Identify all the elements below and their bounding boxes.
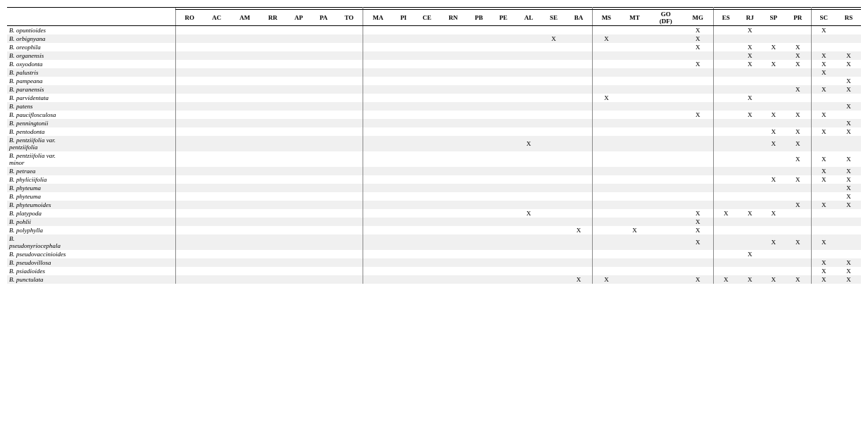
table-row: B. paranensisXXX bbox=[7, 85, 861, 94]
cell-ro bbox=[175, 192, 203, 201]
cell-to bbox=[336, 26, 363, 35]
cell-se bbox=[541, 151, 565, 167]
species-name: B. penningtonii bbox=[7, 119, 175, 127]
cell-mg: X bbox=[683, 234, 714, 250]
cell-mt: X bbox=[620, 226, 649, 234]
cell-pr bbox=[785, 250, 811, 258]
cell-sc: X bbox=[811, 127, 836, 136]
cell-mg bbox=[683, 77, 714, 85]
cell-ce bbox=[414, 26, 440, 35]
cell-sp bbox=[762, 258, 785, 267]
cell-ro bbox=[175, 267, 203, 275]
cell-al bbox=[516, 34, 542, 43]
cell-pi bbox=[393, 275, 414, 284]
cell-ac bbox=[203, 77, 230, 85]
cell-rs bbox=[836, 218, 861, 226]
cell-ba bbox=[565, 94, 592, 102]
cell-sp: X bbox=[762, 43, 785, 51]
cell-ms bbox=[592, 218, 620, 226]
cell-am bbox=[230, 119, 260, 127]
cell-rr bbox=[260, 68, 287, 77]
cell-ms bbox=[592, 60, 620, 68]
cell-pe bbox=[491, 68, 516, 77]
cell-pe bbox=[491, 151, 516, 167]
cell-ms bbox=[592, 184, 620, 192]
cell-ba bbox=[565, 102, 592, 111]
cell-ma bbox=[363, 192, 393, 201]
cell-rr bbox=[260, 34, 287, 43]
cell-al bbox=[516, 192, 542, 201]
cell-mt bbox=[620, 102, 649, 111]
cell-al bbox=[516, 250, 542, 258]
cell-godf bbox=[649, 209, 683, 218]
cell-to bbox=[336, 226, 363, 234]
species-name: B. pentodonta bbox=[7, 127, 175, 136]
cell-rn bbox=[440, 136, 467, 151]
cell-ac bbox=[203, 209, 230, 218]
cell-ba bbox=[565, 68, 592, 77]
cell-pr bbox=[785, 218, 811, 226]
cell-to bbox=[336, 85, 363, 94]
cell-godf bbox=[649, 267, 683, 275]
cell-mg: X bbox=[683, 43, 714, 51]
state-sp: SP bbox=[762, 10, 785, 26]
cell-se bbox=[541, 85, 565, 94]
cell-ap bbox=[286, 94, 311, 102]
cell-ap bbox=[286, 68, 311, 77]
cell-ap bbox=[286, 201, 311, 209]
cell-sc: X bbox=[811, 167, 836, 175]
table-row: B. oxyodontaXXXXXX bbox=[7, 60, 861, 68]
cell-rn bbox=[440, 258, 467, 267]
cell-ce bbox=[414, 226, 440, 234]
table-row: B. phyteumoidesXXX bbox=[7, 201, 861, 209]
cell-rs: X bbox=[836, 127, 861, 136]
cell-ma bbox=[363, 258, 393, 267]
cell-rj bbox=[738, 234, 762, 250]
cell-ba bbox=[565, 175, 592, 184]
cell-ac bbox=[203, 136, 230, 151]
cell-rj bbox=[738, 77, 762, 85]
cell-am bbox=[230, 34, 260, 43]
cell-rj bbox=[738, 136, 762, 151]
cell-godf bbox=[649, 201, 683, 209]
cell-ms bbox=[592, 77, 620, 85]
cell-ma bbox=[363, 68, 393, 77]
cell-ba bbox=[565, 151, 592, 167]
table-row: B. petraeaXX bbox=[7, 167, 861, 175]
cell-ac bbox=[203, 51, 230, 60]
cell-pb bbox=[467, 275, 491, 284]
cell-rj bbox=[738, 34, 762, 43]
table-row: B. pauciflosculosaXXXXX bbox=[7, 111, 861, 119]
cell-se bbox=[541, 51, 565, 60]
cell-rj bbox=[738, 192, 762, 201]
cell-pa bbox=[311, 127, 336, 136]
cell-pr bbox=[785, 119, 811, 127]
cell-al bbox=[516, 127, 542, 136]
cell-pb bbox=[467, 258, 491, 267]
cell-pi bbox=[393, 85, 414, 94]
cell-ap bbox=[286, 234, 311, 250]
cell-es: X bbox=[714, 209, 738, 218]
cell-rn bbox=[440, 201, 467, 209]
cell-to bbox=[336, 192, 363, 201]
cell-ro bbox=[175, 119, 203, 127]
cell-rj: X bbox=[738, 209, 762, 218]
state-rr: RR bbox=[260, 10, 287, 26]
cell-rj bbox=[738, 85, 762, 94]
cell-sc: X bbox=[811, 151, 836, 167]
cell-mg bbox=[683, 201, 714, 209]
cell-mt bbox=[620, 85, 649, 94]
cell-ro bbox=[175, 85, 203, 94]
cell-ba bbox=[565, 111, 592, 119]
state-rn: RN bbox=[440, 10, 467, 26]
cell-mt bbox=[620, 60, 649, 68]
cell-pi bbox=[393, 234, 414, 250]
cell-ms bbox=[592, 68, 620, 77]
cell-ba bbox=[565, 218, 592, 226]
cell-sc bbox=[811, 184, 836, 192]
species-name: B.pseudonyriocephala bbox=[7, 234, 175, 250]
cell-es bbox=[714, 184, 738, 192]
cell-mg bbox=[683, 127, 714, 136]
cell-se bbox=[541, 60, 565, 68]
cell-godf bbox=[649, 26, 683, 35]
